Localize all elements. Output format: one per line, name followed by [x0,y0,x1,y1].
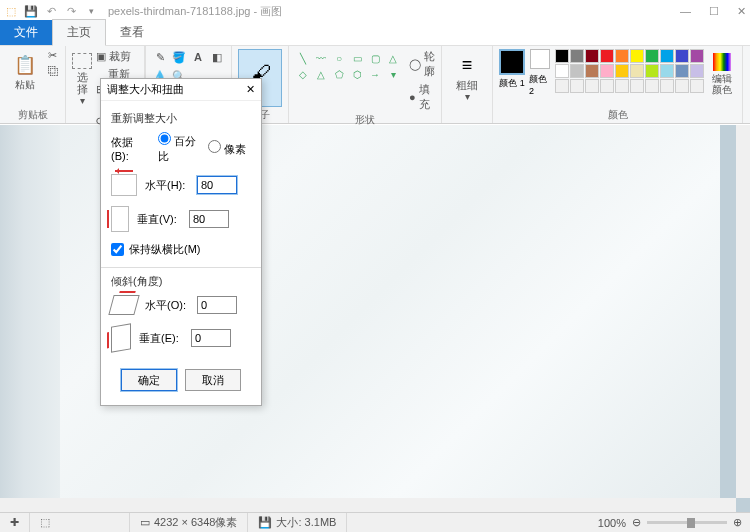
palette-swatch[interactable] [585,79,599,93]
scrollbar-horizontal[interactable] [0,498,736,512]
copy-icon: ⿻ [48,65,59,77]
palette-swatch[interactable] [630,64,644,78]
palette-swatch[interactable] [660,64,674,78]
redo-icon[interactable]: ↷ [64,4,78,18]
filesize-cell: 💾大小: 3.1MB [248,513,347,532]
palette-swatch[interactable] [690,79,704,93]
skew-section-label: 倾斜(角度) [111,274,251,289]
text-icon[interactable]: A [190,49,206,65]
crop-button[interactable]: ▣裁剪 [96,49,138,64]
palette-swatch[interactable] [660,79,674,93]
undo-icon[interactable]: ↶ [44,4,58,18]
ok-button[interactable]: 确定 [121,369,177,391]
window-title: pexels-thirdman-7181188.jpg - 画图 [108,4,680,19]
palette-swatch[interactable] [660,49,674,63]
skew-h-icon [108,295,139,315]
zoom-out-button[interactable]: ⊖ [632,516,641,529]
shapes-gallery[interactable]: ╲〰○▭▢△ ◇△⬠⬡→▾ [295,49,401,81]
horizontal-label: 水平(H): [145,178,189,193]
palette-swatch[interactable] [600,64,614,78]
fill-icon[interactable]: 🪣 [171,49,187,65]
maximize-button[interactable]: ☐ [709,5,719,18]
select-button[interactable]: 选择▾ [72,49,92,106]
palette-swatch[interactable] [675,49,689,63]
color1-button[interactable]: 颜色 1 [499,49,525,90]
palette-swatch[interactable] [600,49,614,63]
pixels-radio[interactable]: 像素 [208,140,251,157]
palette-swatch[interactable] [585,49,599,63]
palette-swatch[interactable] [555,79,569,93]
color2-button[interactable]: 颜色 2 [529,49,551,96]
palette-swatch[interactable] [690,64,704,78]
palette-swatch[interactable] [675,64,689,78]
dialog-title: 调整大小和扭曲 [107,82,184,97]
size-icon: ≡ [455,53,479,77]
cursor-pos-icon: ✚ [0,513,30,532]
skew-v-input[interactable] [191,329,231,347]
edit-colors-button[interactable]: 编辑颜色 [708,49,736,95]
vertical-input[interactable] [189,210,229,228]
percent-radio[interactable]: 百分比 [158,132,201,164]
skew-h-input[interactable] [197,296,237,314]
pencil-icon[interactable]: ✎ [152,49,168,65]
palette-swatch[interactable] [645,64,659,78]
palette-swatch[interactable] [630,79,644,93]
eraser-icon[interactable]: ◧ [209,49,225,65]
palette-swatch[interactable] [630,49,644,63]
app-icon: ⬚ [4,4,18,18]
fill-shape-button[interactable]: ●填充 [409,82,435,112]
palette-swatch[interactable] [555,49,569,63]
crop-icon: ▣ [96,50,106,63]
selection-icon: ⬚ [40,516,50,529]
palette-swatch[interactable] [570,49,584,63]
color-palette[interactable] [555,49,704,93]
palette-swatch[interactable] [600,79,614,93]
palette-swatch[interactable] [690,49,704,63]
palette-swatch[interactable] [645,49,659,63]
palette-swatch[interactable] [615,64,629,78]
zoom-slider[interactable] [647,521,727,524]
palette-swatch[interactable] [615,49,629,63]
dialog-close-icon[interactable]: ✕ [246,83,255,96]
outline-button[interactable]: ◯轮廓 [409,49,435,79]
skew-v-icon [111,323,131,353]
palette-swatch[interactable] [570,79,584,93]
palette-swatch[interactable] [675,79,689,93]
horizontal-input[interactable] [197,176,237,194]
palette-swatch[interactable] [615,79,629,93]
minimize-button[interactable]: — [680,5,691,18]
qat-dropdown-icon[interactable]: ▾ [84,4,98,18]
skew-v-label: 垂直(E): [139,331,183,346]
save-icon[interactable]: 💾 [24,4,38,18]
ribbon-tabs: 文件 主页 查看 [0,22,750,46]
disk-icon: 💾 [258,516,272,529]
scissors-icon: ✂ [48,49,57,62]
group-colors: 颜色 1 颜色 2 编辑颜色 颜色 [493,46,743,123]
aspect-checkbox[interactable] [111,243,124,256]
cancel-button[interactable]: 取消 [185,369,241,391]
group-shapes: ╲〰○▭▢△ ◇△⬠⬡→▾ ◯轮廓 ●填充 形状 [289,46,442,123]
tab-view[interactable]: 查看 [106,20,158,45]
paste-button[interactable]: 📋 粘贴 [6,49,44,90]
cut-button[interactable]: ✂ [48,49,59,62]
resize-dialog: 调整大小和扭曲 ✕ 重新调整大小 依据(B): 百分比 像素 水平(H): 垂直… [100,78,262,406]
group-size: ≡ 粗细▾ [442,46,493,123]
palette-swatch[interactable] [645,79,659,93]
tab-home[interactable]: 主页 [52,19,106,46]
copy-button[interactable]: ⿻ [48,65,59,77]
titlebar: ⬚ 💾 ↶ ↷ ▾ pexels-thirdman-7181188.jpg - … [0,0,750,22]
scrollbar-vertical[interactable] [736,125,750,498]
dimensions-cell: ▭4232 × 6348像素 [130,513,248,532]
quick-access-toolbar: ⬚ 💾 ↶ ↷ ▾ [4,4,98,18]
group-clipboard: 📋 粘贴 ✂ ⿻ 剪贴板 [0,46,66,123]
aspect-label: 保持纵横比(M) [129,242,201,257]
palette-swatch[interactable] [555,64,569,78]
outline-icon: ◯ [409,58,421,71]
size-button[interactable]: ≡ 粗细▾ [448,49,486,102]
tab-file[interactable]: 文件 [0,20,52,45]
close-button[interactable]: ✕ [737,5,746,18]
palette-swatch[interactable] [570,64,584,78]
by-label: 依据(B): [111,135,150,162]
zoom-in-button[interactable]: ⊕ [733,516,742,529]
palette-swatch[interactable] [585,64,599,78]
